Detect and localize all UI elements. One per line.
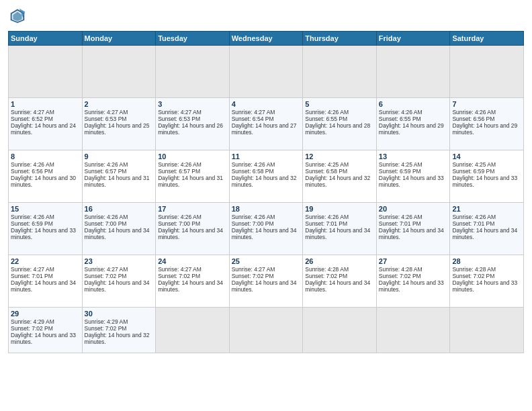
daylight: Daylight: 14 hours and 33 minutes. — [452, 279, 521, 293]
calendar-cell: 8Sunrise: 4:26 AMSunset: 6:56 PMDaylight… — [9, 150, 83, 203]
calendar-cell: 12Sunrise: 4:25 AMSunset: 6:58 PMDayligh… — [303, 150, 377, 203]
daylight: Daylight: 14 hours and 27 minutes. — [232, 122, 301, 136]
header-day: Thursday — [303, 32, 377, 46]
logo — [8, 7, 30, 26]
sunset: Sunset: 7:02 PM — [85, 273, 154, 279]
day-number: 1 — [11, 100, 80, 108]
day-number: 22 — [11, 257, 80, 265]
calendar-cell: 9Sunrise: 4:26 AMSunset: 6:57 PMDaylight… — [82, 150, 156, 203]
daylight: Daylight: 14 hours and 24 minutes. — [11, 122, 80, 136]
sunrise: Sunrise: 4:28 AM — [305, 266, 374, 273]
calendar-cell: 27Sunrise: 4:28 AMSunset: 7:02 PMDayligh… — [376, 255, 450, 308]
sunset: Sunset: 7:01 PM — [379, 220, 448, 227]
daylight: Daylight: 14 hours and 34 minutes. — [379, 227, 448, 240]
sunrise: Sunrise: 4:26 AM — [379, 109, 448, 116]
calendar-cell: 14Sunrise: 4:25 AMSunset: 6:59 PMDayligh… — [450, 150, 524, 203]
calendar-cell: 6Sunrise: 4:26 AMSunset: 6:55 PMDaylight… — [376, 98, 450, 150]
calendar-cell: 20Sunrise: 4:26 AMSunset: 7:01 PMDayligh… — [376, 203, 450, 255]
calendar-cell: 10Sunrise: 4:26 AMSunset: 6:57 PMDayligh… — [156, 150, 230, 203]
calendar-cell — [9, 46, 83, 98]
calendar-cell: 26Sunrise: 4:28 AMSunset: 7:02 PMDayligh… — [303, 255, 377, 308]
day-number: 13 — [379, 152, 448, 161]
calendar-cell: 15Sunrise: 4:26 AMSunset: 6:59 PMDayligh… — [9, 203, 83, 255]
daylight: Daylight: 14 hours and 31 minutes. — [158, 175, 227, 188]
calendar-cell — [82, 46, 156, 98]
daylight: Daylight: 14 hours and 34 minutes. — [158, 227, 227, 240]
sunset: Sunset: 6:58 PM — [305, 168, 374, 175]
daylight: Daylight: 14 hours and 31 minutes. — [85, 175, 154, 188]
sunrise: Sunrise: 4:26 AM — [85, 161, 154, 168]
sunrise: Sunrise: 4:26 AM — [158, 161, 227, 168]
sunrise: Sunrise: 4:27 AM — [85, 109, 154, 116]
calendar-cell: 11Sunrise: 4:26 AMSunset: 6:58 PMDayligh… — [229, 150, 303, 203]
day-number: 8 — [11, 152, 80, 161]
calendar-cell: 18Sunrise: 4:26 AMSunset: 7:00 PMDayligh… — [229, 203, 303, 255]
header-day: Wednesday — [229, 32, 303, 46]
daylight: Daylight: 14 hours and 34 minutes. — [158, 279, 227, 293]
daylight: Daylight: 14 hours and 33 minutes. — [452, 175, 521, 188]
day-number: 18 — [232, 205, 301, 213]
header-row: SundayMondayTuesdayWednesdayThursdayFrid… — [9, 32, 524, 46]
calendar-cell — [376, 308, 450, 353]
calendar-week: 22Sunrise: 4:27 AMSunset: 7:01 PMDayligh… — [9, 255, 524, 308]
daylight: Daylight: 14 hours and 33 minutes. — [379, 279, 448, 293]
sunrise: Sunrise: 4:29 AM — [11, 318, 80, 325]
day-number: 21 — [452, 205, 521, 213]
day-number: 28 — [452, 257, 521, 265]
sunset: Sunset: 7:02 PM — [305, 273, 374, 279]
calendar-cell: 4Sunrise: 4:27 AMSunset: 6:54 PMDaylight… — [229, 98, 303, 150]
day-number: 16 — [85, 205, 154, 213]
header-day: Friday — [376, 32, 450, 46]
sunset: Sunset: 6:56 PM — [452, 116, 521, 122]
sunrise: Sunrise: 4:27 AM — [232, 266, 301, 273]
daylight: Daylight: 14 hours and 29 minutes. — [379, 122, 448, 136]
header-day: Sunday — [9, 32, 83, 46]
sunrise: Sunrise: 4:26 AM — [379, 214, 448, 220]
sunset: Sunset: 7:02 PM — [85, 325, 154, 332]
day-number: 17 — [158, 205, 227, 213]
day-number: 10 — [158, 152, 227, 161]
sunset: Sunset: 6:59 PM — [11, 220, 80, 227]
sunrise: Sunrise: 4:26 AM — [232, 161, 301, 168]
sunset: Sunset: 6:55 PM — [305, 116, 374, 122]
daylight: Daylight: 14 hours and 25 minutes. — [85, 122, 154, 136]
calendar-cell: 17Sunrise: 4:26 AMSunset: 7:00 PMDayligh… — [156, 203, 230, 255]
sunset: Sunset: 7:02 PM — [11, 325, 80, 332]
calendar-cell: 25Sunrise: 4:27 AMSunset: 7:02 PMDayligh… — [229, 255, 303, 308]
calendar-cell — [229, 46, 303, 98]
calendar-cell: 29Sunrise: 4:29 AMSunset: 7:02 PMDayligh… — [9, 308, 83, 353]
sunset: Sunset: 6:57 PM — [158, 168, 227, 175]
calendar-cell: 22Sunrise: 4:27 AMSunset: 7:01 PMDayligh… — [9, 255, 83, 308]
sunrise: Sunrise: 4:26 AM — [158, 214, 227, 220]
daylight: Daylight: 14 hours and 33 minutes. — [379, 175, 448, 188]
calendar-cell — [303, 46, 377, 98]
day-number: 29 — [11, 310, 80, 318]
calendar-cell — [450, 308, 524, 353]
sunrise: Sunrise: 4:26 AM — [305, 214, 374, 220]
sunrise: Sunrise: 4:26 AM — [232, 214, 301, 220]
daylight: Daylight: 14 hours and 30 minutes. — [11, 175, 80, 188]
sunset: Sunset: 6:55 PM — [379, 116, 448, 122]
daylight: Daylight: 14 hours and 34 minutes. — [85, 279, 154, 293]
header — [8, 7, 524, 26]
calendar-cell: 30Sunrise: 4:29 AMSunset: 7:02 PMDayligh… — [82, 308, 156, 353]
daylight: Daylight: 14 hours and 34 minutes. — [305, 279, 374, 293]
sunset: Sunset: 6:54 PM — [232, 116, 301, 122]
day-number: 4 — [232, 100, 301, 108]
calendar: SundayMondayTuesdayWednesdayThursdayFrid… — [8, 31, 524, 353]
page: SundayMondayTuesdayWednesdayThursdayFrid… — [0, 0, 532, 411]
calendar-cell: 23Sunrise: 4:27 AMSunset: 7:02 PMDayligh… — [82, 255, 156, 308]
day-number: 23 — [85, 257, 154, 265]
day-number: 25 — [232, 257, 301, 265]
header-day: Tuesday — [156, 32, 230, 46]
header-day: Saturday — [450, 32, 524, 46]
daylight: Daylight: 14 hours and 32 minutes. — [305, 175, 374, 188]
calendar-cell: 13Sunrise: 4:25 AMSunset: 6:59 PMDayligh… — [376, 150, 450, 203]
sunset: Sunset: 7:01 PM — [305, 220, 374, 227]
sunrise: Sunrise: 4:26 AM — [85, 214, 154, 220]
sunset: Sunset: 6:59 PM — [379, 168, 448, 175]
calendar-cell — [156, 308, 230, 353]
day-number: 30 — [85, 310, 154, 318]
day-number: 9 — [85, 152, 154, 161]
sunrise: Sunrise: 4:27 AM — [158, 109, 227, 116]
